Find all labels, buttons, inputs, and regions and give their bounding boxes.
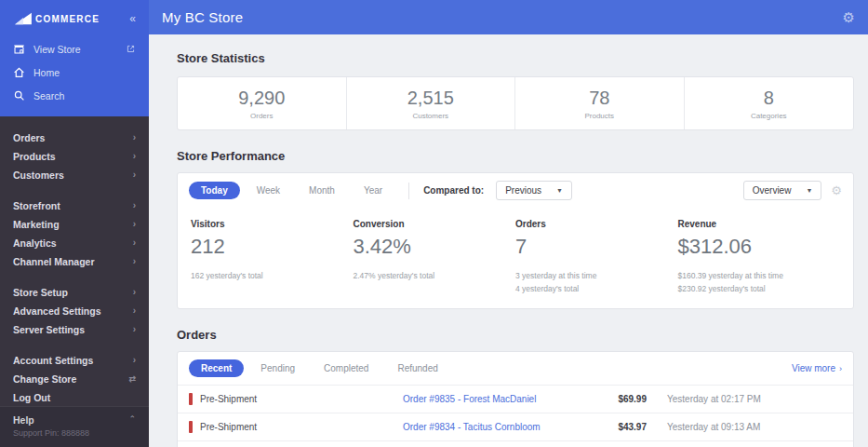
compared-to-label: Compared to: (423, 185, 484, 196)
order-amount: $43.97 (572, 422, 647, 432)
sidebar-item-label: Account Settings (13, 355, 93, 366)
sidebar-item-products[interactable]: Products› (0, 147, 149, 166)
sidebar-item-change-store[interactable]: Change Store⇄ (0, 370, 149, 388)
metric-label: Conversion (354, 219, 516, 229)
sidebar-item-label: Change Store (13, 373, 76, 385)
table-row: Pre-ShipmentOrder #9834 - Tacitus Cornbl… (178, 413, 853, 440)
chevron-right-icon: › (133, 152, 136, 161)
performance-tab-today[interactable]: Today (189, 182, 240, 199)
support-pin: Support Pin: 888888 (13, 428, 89, 438)
order-status-cell: Pre-Shipment (189, 421, 403, 433)
metric-value: 7 (515, 235, 678, 259)
help-collapse-icon[interactable]: ⌃ (128, 414, 136, 424)
divider (408, 183, 409, 199)
sidebar-item-label: Server Settings (13, 324, 85, 335)
orders-card: RecentPendingCompletedRefunded View more… (177, 351, 854, 447)
sidebar-item-analytics[interactable]: Analytics› (0, 234, 149, 252)
table-row: CompletedOrder #9833 - Robert Robertson$… (178, 440, 853, 447)
bigcommerce-logo: COMMERCE (13, 11, 100, 26)
sidebar-item-storefront[interactable]: Storefront› (0, 196, 149, 215)
swap-icon: ⇄ (128, 375, 136, 384)
status-label: Pre-Shipment (200, 394, 257, 404)
store-performance-heading: Store Performance (177, 149, 854, 163)
order-link[interactable]: Order #9835 - Forest MacDaniel (403, 394, 572, 404)
orders-list: Pre-ShipmentOrder #9835 - Forest MacDani… (178, 386, 853, 447)
sidebar-item-search[interactable]: Search (0, 84, 149, 107)
nav-group: Storefront›Marketing›Analytics›Channel M… (0, 196, 149, 271)
chevron-right-icon: › (133, 201, 136, 210)
stat-value: 2,515 (407, 88, 454, 109)
order-link[interactable]: Order #9834 - Tacitus Cornbloom (403, 422, 572, 432)
sidebar-item-orders[interactable]: Orders› (0, 129, 149, 147)
chevron-right-icon: › (133, 220, 136, 229)
performance-metrics: Visitors212162 yesterday's totalConversi… (178, 208, 853, 308)
chevron-right-icon: › (133, 238, 136, 248)
chevron-right-icon: › (839, 364, 842, 373)
sidebar-item-channel-manager[interactable]: Channel Manager› (0, 252, 149, 271)
table-row: Pre-ShipmentOrder #9835 - Forest MacDani… (178, 386, 853, 413)
sidebar-item-marketing[interactable]: Marketing› (0, 215, 149, 234)
external-link-icon[interactable] (126, 44, 136, 54)
performance-tabrow-right: Overview ▼ ⚙ (743, 181, 842, 200)
overview-select-value: Overview (753, 185, 792, 196)
orders-heading: Orders (177, 328, 854, 342)
help-label: Help (13, 414, 89, 426)
sidebar-item-label: Home (33, 67, 60, 78)
overview-select[interactable]: Overview ▼ (743, 181, 822, 200)
compare-select-value: Previous (505, 185, 541, 196)
metric-orders: Orders73 yesterday at this time4 yesterd… (515, 219, 678, 295)
stat-label: Customers (412, 112, 448, 120)
sidebar-item-label: Advanced Settings (13, 305, 101, 317)
metric-subline: $160.39 yesterday at this time (678, 270, 841, 283)
settings-gear-icon[interactable]: ⚙ (843, 9, 855, 26)
orders-tabs: RecentPendingCompletedRefunded (189, 359, 450, 377)
sidebar-item-server-settings[interactable]: Server Settings› (0, 320, 149, 339)
stat-card-categories: 8Categories (685, 77, 854, 129)
logo-text: COMMERCE (35, 14, 100, 24)
status-bar (189, 393, 193, 405)
store-performance-card: TodayWeekMonthYear Compared to: Previous… (177, 172, 854, 309)
nav-group: Account Settings›Change Store⇄Log Out (0, 351, 149, 406)
order-time: Yesterday at 02:17 PM (647, 394, 842, 404)
sidebar-item-label: Customers (13, 169, 64, 181)
orders-tab-refunded[interactable]: Refunded (385, 359, 449, 377)
sidebar: COMMERCE « View StoreHomeSearch Orders›P… (0, 0, 149, 447)
sidebar-item-label: Marketing (13, 219, 60, 230)
performance-tab-year[interactable]: Year (352, 182, 394, 199)
sidebar-item-home[interactable]: Home (0, 61, 149, 84)
metric-conversion: Conversion3.42%2.47% yesterday's total (354, 219, 516, 295)
collapse-sidebar-icon[interactable]: « (129, 12, 136, 25)
sidebar-item-customers[interactable]: Customers› (0, 166, 149, 184)
stat-card-orders: 9,290Orders (178, 77, 347, 129)
sidebar-item-label: Products (13, 151, 56, 162)
order-status-cell: Pre-Shipment (189, 393, 403, 405)
nav-group: Store Setup›Advanced Settings›Server Set… (0, 283, 149, 339)
sidebar-item-log-out[interactable]: Log Out (0, 388, 149, 406)
sidebar-top-section: COMMERCE « View StoreHomeSearch (0, 0, 149, 116)
orders-tab-recent[interactable]: Recent (189, 359, 244, 377)
performance-tab-week[interactable]: Week (245, 182, 292, 199)
sidebar-help[interactable]: Help Support Pin: 888888 ⌃ (0, 406, 149, 447)
order-amount: $69.99 (572, 394, 647, 404)
sidebar-item-label: Store Setup (13, 287, 68, 298)
metric-label: Orders (515, 219, 678, 229)
sidebar-item-view-store[interactable]: View Store (0, 37, 149, 61)
orders-tab-pending[interactable]: Pending (248, 359, 307, 377)
chevron-right-icon: › (133, 257, 136, 266)
sidebar-quick-items: View StoreHomeSearch (0, 37, 149, 107)
stat-value: 8 (764, 88, 774, 109)
sidebar-item-store-setup[interactable]: Store Setup› (0, 283, 149, 302)
performance-settings-gear-icon[interactable]: ⚙ (831, 183, 842, 197)
view-more-link[interactable]: View more› (792, 363, 842, 373)
metric-subline: 2.47% yesterday's total (354, 270, 516, 283)
sidebar-item-advanced-settings[interactable]: Advanced Settings› (0, 302, 149, 320)
orders-tab-completed[interactable]: Completed (312, 359, 381, 377)
metric-label: Revenue (678, 219, 841, 229)
stat-value: 78 (589, 88, 609, 109)
performance-tab-month[interactable]: Month (297, 182, 347, 199)
metric-revenue: Revenue$312.06$160.39 yesterday at this … (678, 219, 841, 295)
compare-select[interactable]: Previous ▼ (496, 181, 572, 200)
chevron-right-icon: › (133, 288, 136, 297)
sidebar-item-account-settings[interactable]: Account Settings› (0, 351, 149, 370)
chevron-right-icon: › (133, 133, 136, 142)
